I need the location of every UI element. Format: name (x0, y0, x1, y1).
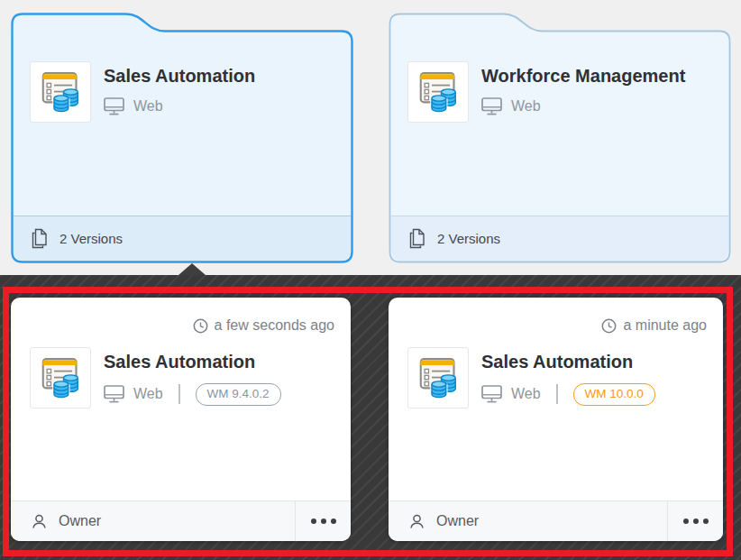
monitor-icon (104, 97, 124, 115)
pages-icon (31, 228, 48, 249)
version-badge: WM 9.4.0.2 (196, 383, 281, 406)
platform-label: Web (511, 386, 541, 402)
person-icon (31, 513, 48, 530)
monitor-icon (104, 385, 124, 403)
app-versions-screen: Sales Automation Web 2 Versions (0, 0, 741, 560)
version-card-footer: Owner (11, 500, 351, 541)
versions-count-label: 2 Versions (59, 231, 123, 246)
ellipsis-icon (683, 519, 689, 524)
platform-label: Web (133, 386, 163, 402)
app-title: Sales Automation (481, 352, 655, 372)
folder-versions-footer[interactable]: 2 Versions (14, 216, 351, 261)
person-icon (408, 513, 425, 530)
card-menu-button[interactable] (295, 501, 351, 541)
monitor-icon (481, 385, 502, 403)
app-icon (30, 61, 91, 123)
app-folder-workforce-management[interactable]: Workforce Management Web 2 Versions (389, 13, 731, 263)
app-icon (30, 347, 91, 409)
versions-count-label: 2 Versions (437, 231, 500, 246)
monitor-icon (481, 97, 502, 115)
clock-icon (193, 318, 208, 334)
app-title: Sales Automation (104, 66, 255, 87)
owner-label: Owner (59, 513, 101, 529)
version-card-wm-9402[interactable]: a few seconds ago (11, 298, 351, 541)
ellipsis-icon (311, 519, 316, 524)
clock-icon (601, 318, 617, 334)
app-icon (407, 61, 469, 123)
app-icon (407, 347, 469, 409)
version-card-footer: Owner (389, 500, 723, 541)
version-card-wm-1000[interactable]: a minute ago (389, 298, 723, 541)
owner-label: Owner (436, 513, 479, 529)
app-folder-sales-automation[interactable]: Sales Automation Web 2 Versions (11, 13, 353, 263)
pages-icon (408, 228, 425, 249)
timestamp-label: a few seconds ago (215, 317, 334, 334)
timestamp-label: a minute ago (623, 317, 707, 334)
panel-pointer-arrow (178, 263, 206, 275)
separator (178, 384, 180, 404)
platform-label: Web (511, 98, 541, 115)
app-title: Workforce Management (481, 66, 685, 87)
version-badge: WM 10.0.0 (573, 383, 655, 406)
separator (556, 384, 558, 404)
card-menu-button[interactable] (667, 501, 723, 541)
folder-versions-footer[interactable]: 2 Versions (391, 216, 728, 261)
platform-label: Web (133, 98, 163, 115)
app-title: Sales Automation (104, 352, 281, 372)
expanded-versions-panel: a few seconds ago (0, 275, 741, 560)
